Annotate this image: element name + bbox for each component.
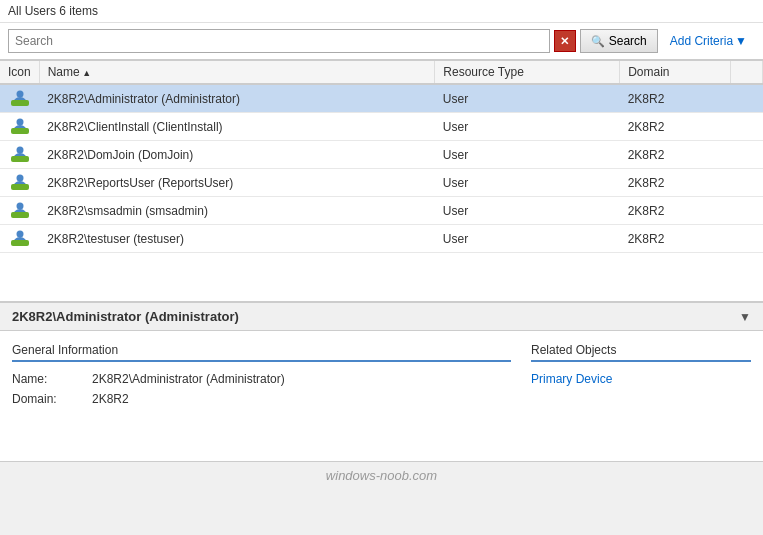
name-field: Name: 2K8R2\Administrator (Administrator… [12, 372, 511, 386]
users-table: Icon Name Resource Type Domain 2K8R2\Adm… [0, 61, 763, 253]
detail-body: General Information Name: 2K8R2\Administ… [0, 331, 763, 424]
search-button-label: Search [609, 34, 647, 48]
table-row[interactable]: 2K8R2\Administrator (Administrator)User2… [0, 84, 763, 113]
svg-point-6 [16, 175, 23, 182]
user-icon [11, 172, 29, 190]
col-header-icon[interactable]: Icon [0, 61, 39, 84]
detail-pane: 2K8R2\Administrator (Administrator) ▼ Ge… [0, 301, 763, 461]
footer: windows-noob.com [0, 461, 763, 489]
row-resource-type: User [435, 225, 620, 253]
row-extra [730, 84, 762, 113]
detail-left: General Information Name: 2K8R2\Administ… [12, 343, 511, 412]
user-icon-cell [0, 113, 39, 141]
row-domain: 2K8R2 [620, 169, 731, 197]
row-extra [730, 169, 762, 197]
domain-value: 2K8R2 [92, 392, 129, 406]
user-icon [11, 228, 29, 246]
user-icon [11, 116, 29, 134]
search-input[interactable] [8, 29, 550, 53]
user-icon-cell [0, 84, 39, 113]
row-domain: 2K8R2 [620, 141, 731, 169]
add-criteria-button[interactable]: Add Criteria ▼ [662, 29, 755, 53]
svg-rect-9 [11, 212, 29, 218]
table-row[interactable]: 2K8R2\testuser (testuser)User2K8R2 [0, 225, 763, 253]
svg-rect-5 [11, 156, 29, 162]
primary-device-link[interactable]: Primary Device [531, 372, 612, 386]
col-header-name[interactable]: Name [39, 61, 435, 84]
row-resource-type: User [435, 141, 620, 169]
row-domain: 2K8R2 [620, 197, 731, 225]
row-name: 2K8R2\DomJoin (DomJoin) [39, 141, 435, 169]
svg-rect-7 [11, 184, 29, 190]
search-bar: ✕ 🔍 Search Add Criteria ▼ [0, 23, 763, 60]
user-icon-cell [0, 141, 39, 169]
user-icon-cell [0, 225, 39, 253]
row-extra [730, 141, 762, 169]
user-icon [11, 88, 29, 106]
row-name: 2K8R2\smsadmin (smsadmin) [39, 197, 435, 225]
footer-text: windows-noob.com [326, 468, 437, 483]
col-header-extra [730, 61, 762, 84]
row-domain: 2K8R2 [620, 113, 731, 141]
row-resource-type: User [435, 113, 620, 141]
svg-rect-11 [11, 240, 29, 246]
name-label: Name: [12, 372, 92, 386]
user-icon-cell [0, 197, 39, 225]
page-title: All Users 6 items [0, 0, 763, 23]
row-domain: 2K8R2 [620, 225, 731, 253]
add-criteria-label: Add Criteria [670, 34, 733, 48]
svg-rect-1 [11, 100, 29, 106]
svg-point-4 [16, 147, 23, 154]
name-value: 2K8R2\Administrator (Administrator) [92, 372, 285, 386]
row-name: 2K8R2\ClientInstall (ClientInstall) [39, 113, 435, 141]
row-extra [730, 113, 762, 141]
user-icon [11, 144, 29, 162]
user-icon-cell [0, 169, 39, 197]
detail-right: Related Objects Primary Device [531, 343, 751, 412]
row-extra [730, 197, 762, 225]
related-objects-title: Related Objects [531, 343, 751, 362]
table-row[interactable]: 2K8R2\ReportsUser (ReportsUser)User2K8R2 [0, 169, 763, 197]
general-info-title: General Information [12, 343, 511, 362]
row-name: 2K8R2\ReportsUser (ReportsUser) [39, 169, 435, 197]
row-resource-type: User [435, 169, 620, 197]
col-header-domain[interactable]: Domain [620, 61, 731, 84]
col-header-resource-type[interactable]: Resource Type [435, 61, 620, 84]
collapse-icon[interactable]: ▼ [739, 310, 751, 324]
row-domain: 2K8R2 [620, 84, 731, 113]
table-row[interactable]: 2K8R2\DomJoin (DomJoin)User2K8R2 [0, 141, 763, 169]
table-row[interactable]: 2K8R2\ClientInstall (ClientInstall)User2… [0, 113, 763, 141]
table-header-row: Icon Name Resource Type Domain [0, 61, 763, 84]
detail-title: 2K8R2\Administrator (Administrator) [12, 309, 239, 324]
domain-label: Domain: [12, 392, 92, 406]
svg-point-8 [16, 203, 23, 210]
detail-header: 2K8R2\Administrator (Administrator) ▼ [0, 303, 763, 331]
svg-point-2 [16, 119, 23, 126]
domain-field: Domain: 2K8R2 [12, 392, 511, 406]
row-resource-type: User [435, 197, 620, 225]
dropdown-arrow-icon: ▼ [735, 34, 747, 48]
table-row[interactable]: 2K8R2\smsadmin (smsadmin)User2K8R2 [0, 197, 763, 225]
row-resource-type: User [435, 84, 620, 113]
users-table-container: Icon Name Resource Type Domain 2K8R2\Adm… [0, 61, 763, 301]
search-icon: 🔍 [591, 35, 605, 48]
user-icon [11, 200, 29, 218]
row-name: 2K8R2\testuser (testuser) [39, 225, 435, 253]
row-extra [730, 225, 762, 253]
row-name: 2K8R2\Administrator (Administrator) [39, 84, 435, 113]
search-button[interactable]: 🔍 Search [580, 29, 658, 53]
svg-rect-3 [11, 128, 29, 134]
clear-search-button[interactable]: ✕ [554, 30, 576, 52]
svg-point-10 [16, 231, 23, 238]
svg-point-0 [16, 91, 23, 98]
